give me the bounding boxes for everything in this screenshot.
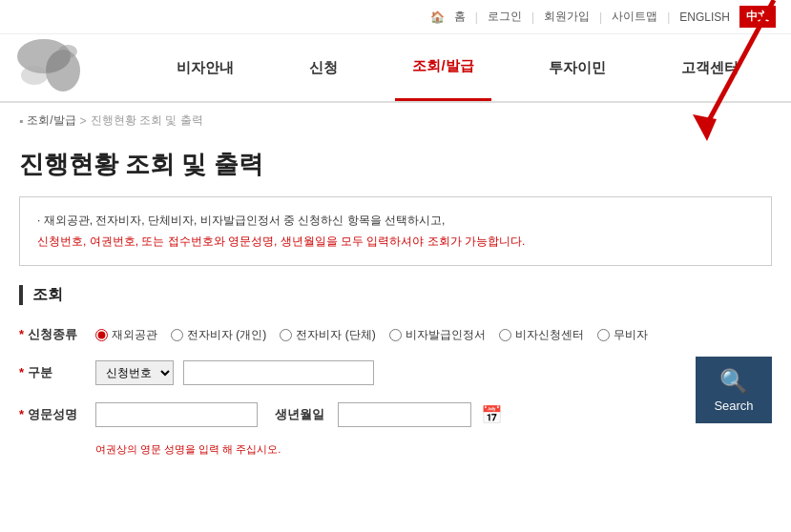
login-link[interactable]: 로그인 — [488, 9, 522, 25]
breadcrumb-home-icon: ▪ — [19, 114, 23, 128]
info-line1: · 재외공관, 전자비자, 단체비자, 비자발급인정서 중 신청하신 항목을 선… — [37, 211, 754, 232]
site-logo — [15, 37, 130, 99]
name-input[interactable] — [95, 402, 258, 427]
search-icon: 🔍 — [719, 368, 748, 395]
calendar-icon[interactable]: 📅 — [481, 404, 502, 425]
hint-text: 여권상의 영문 성명을 입력 해 주십시오. — [19, 439, 677, 457]
section-title: 조회 — [19, 285, 772, 305]
home-icon: 🏠 — [430, 10, 445, 24]
svg-point-4 — [21, 66, 48, 85]
logo-svg — [15, 37, 130, 99]
category-select[interactable]: 신청번호 — [95, 360, 174, 385]
nav-inquiry[interactable]: 조회/발급 — [395, 34, 490, 101]
radio-evisa-group[interactable]: 전자비자 (단체) — [280, 327, 375, 343]
application-type-row: * 신청종류 재외공관 전자비자 (개인) 전자비자 (단체) 비자발급인정서 … — [19, 320, 772, 349]
search-button[interactable]: 🔍 Search — [696, 357, 772, 423]
nav-visa-info[interactable]: 비자안내 — [159, 34, 251, 101]
name-dob-row: * 영문성명 생년월일 📅 — [19, 397, 677, 433]
svg-marker-1 — [693, 114, 717, 141]
application-type-label: * 신청종류 — [19, 326, 86, 343]
svg-point-5 — [58, 45, 77, 58]
home-link[interactable]: 홈 — [454, 9, 466, 25]
category-value-input[interactable] — [183, 360, 374, 385]
category-label: * 구분 — [19, 364, 86, 381]
radio-visa-center[interactable]: 비자신청센터 — [499, 327, 584, 343]
dob-input[interactable] — [338, 402, 471, 427]
radio-overseas[interactable]: 재외공관 — [95, 327, 157, 343]
inquiry-section: 조회 * 신청종류 재외공관 전자비자 (개인) 전자비자 (단체) 비자발급인… — [19, 285, 772, 462]
breadcrumb-separator: > — [80, 114, 87, 128]
arrow-indicator — [631, 0, 783, 191]
logo-area — [15, 34, 139, 101]
radio-no-visa[interactable]: 무비자 — [597, 327, 648, 343]
name-label: * 영문성명 — [19, 406, 86, 423]
svg-line-0 — [707, 0, 774, 124]
info-box: · 재외공관, 전자비자, 단체비자, 비자발급인정서 중 신청하신 항목을 선… — [19, 196, 772, 266]
category-row: * 구분 신청번호 — [19, 355, 677, 391]
signup-link[interactable]: 회원가입 — [544, 9, 590, 25]
dob-label: 생년월일 — [275, 406, 324, 423]
nav-investment[interactable]: 투자이민 — [531, 34, 623, 101]
info-line2: 신청번호, 여권번호, 또는 접수번호와 영문성명, 생년월일을 모두 입력하셔… — [37, 232, 754, 253]
breadcrumb-section-link[interactable]: 조회/발급 — [27, 113, 75, 129]
search-button-label: Search — [714, 399, 753, 413]
breadcrumb-current: 진행현황 조회 및 출력 — [91, 113, 203, 129]
nav-apply[interactable]: 신청 — [292, 34, 355, 101]
search-button-area: 🔍 Search — [696, 357, 772, 423]
application-type-radio-group: 재외공관 전자비자 (개인) 전자비자 (단체) 비자발급인정서 비자신청센터 … — [95, 327, 648, 343]
radio-evisa-individual[interactable]: 전자비자 (개인) — [171, 327, 266, 343]
radio-visa-cert[interactable]: 비자발급인정서 — [389, 327, 486, 343]
